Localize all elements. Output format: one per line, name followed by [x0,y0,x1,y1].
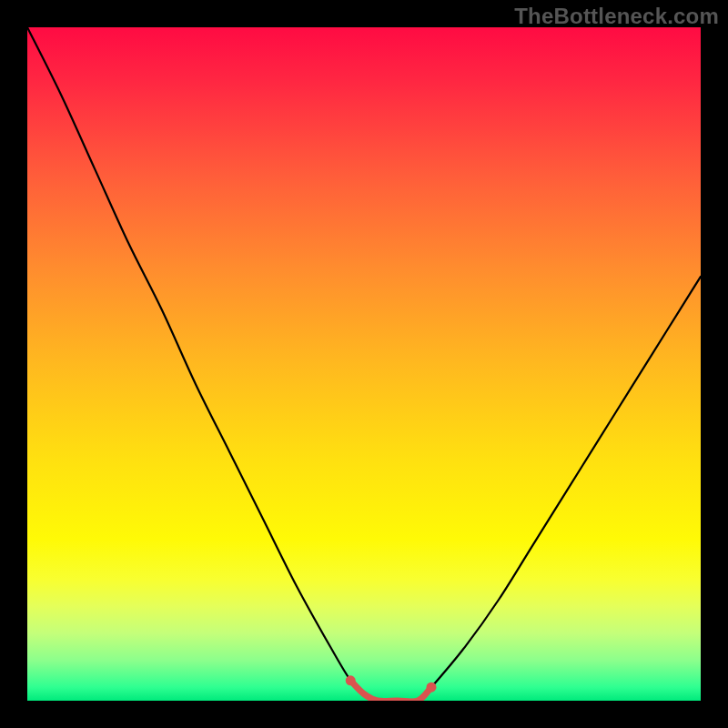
plot-area [27,27,701,701]
emphasis-dot-start [346,675,356,685]
chart-frame: TheBottleneck.com [0,0,728,728]
optimal-range-highlight [350,681,431,701]
emphasis-dot-end [427,682,437,693]
bottleneck-curve [27,27,701,701]
attribution-text: TheBottleneck.com [514,4,719,29]
curve-layer [27,27,701,701]
